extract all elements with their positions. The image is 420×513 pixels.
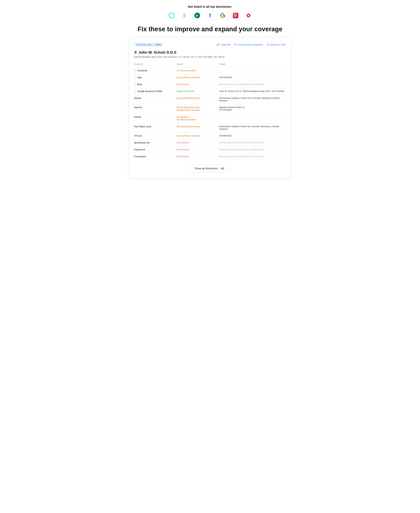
yelp-icon: ✿ (244, 12, 252, 19)
directory-cell: ♛Facebook (134, 67, 177, 74)
directory-name: Bing (137, 83, 142, 86)
col-header-details: Details (219, 61, 286, 67)
directory-cell: ♛Google Business Profile (134, 88, 177, 95)
table-row: NavmiiWrong Business NameStonestown Gall… (134, 95, 286, 104)
directory-name: tellows (134, 116, 141, 118)
directory-icons-row: ○  ▶ f (129, 12, 291, 19)
directory-cell: Citysearch (134, 146, 177, 153)
status-cell: Not Present (177, 81, 219, 88)
details-faded-text[interactable]: Missed opportunity. Directory's monthly … (219, 148, 286, 151)
details-cell: 4154634420 (219, 132, 286, 139)
status-cell: Not Present (177, 139, 219, 146)
facebook-icon: f (206, 12, 214, 19)
details-cell: 4157314058 (219, 74, 286, 81)
directory-name: Facebook (137, 69, 147, 72)
directory-cell: YP.com (134, 132, 177, 139)
svg-rect-0 (234, 14, 237, 17)
details-text: Napoles Robert E MD Inc (219, 106, 286, 109)
top-title: Get listed in all top directories: (129, 5, 291, 8)
status-text: Not Present (177, 148, 219, 151)
details-faded-text[interactable]: Missed opportunity. Directory's monthly … (219, 83, 286, 85)
main-heading: Fix these to improve and expand your cov… (129, 25, 291, 33)
svg-point-2 (236, 15, 236, 15)
directory-name: Yelp (137, 76, 142, 79)
status-cell: Wrong Business NameWrong Phone Number (177, 104, 219, 113)
realtime-badge: Real time data ✓ 100% (134, 43, 164, 47)
table-row: Brownbook.netNot PresentMissed opportuni… (134, 139, 286, 146)
details-text: John W. Schulz D.D.S, 595 Buckingham Way… (219, 90, 286, 92)
alexa-icon: ○ (168, 12, 176, 19)
details-cell: Stonestown Galleria Center for Cosmetic … (219, 123, 286, 132)
table-row: ♛YelpWrong Phone Number4157314058 (134, 74, 286, 81)
directory-cell: Foursquare (134, 153, 177, 160)
details-text: 4154634420 (219, 135, 286, 137)
directory-name: Navmii (134, 97, 141, 99)
details-cell (219, 67, 286, 74)
details-text: 4157316300 (219, 109, 286, 111)
business-title: John W. Schulz D.D.S (134, 50, 286, 55)
table-row: tellowsNo AddressNo Phone Number (134, 113, 286, 123)
svg-point-6 (135, 52, 136, 53)
business-address: 595 Buckingham Way #331, San Francisco, … (134, 56, 286, 58)
realtime-label: Real time data (136, 43, 151, 46)
details-cell: Stonestown Galleria Center For Cosmetic … (219, 95, 286, 104)
status-text: Not Present (177, 83, 219, 86)
google-icon (219, 12, 227, 19)
copy-link-button[interactable]: Copy link (217, 43, 231, 46)
business-name: John W. Schulz D.D.S (138, 50, 176, 55)
table-header-row: Directory Status Details (134, 61, 286, 67)
details-faded-text[interactable]: Missed opportunity. Directory's monthly … (219, 141, 286, 144)
status-text: Wrong Business Name (177, 125, 219, 128)
status-cell: Wrong Phone Number (177, 74, 219, 81)
directory-cell: tellows (134, 113, 177, 123)
directory-name: Opendi (134, 106, 142, 109)
crown-icon: ♛ (134, 69, 136, 72)
details-text: 4157314058 (219, 76, 286, 79)
directory-name: Google Business Profile (137, 90, 162, 93)
table-row: ♛FacebookNo Phone Number (134, 67, 286, 74)
table-row: ♛BingNot PresentMissed opportunity. Dire… (134, 81, 286, 88)
main-card: Real time data ✓ 100% Copy link Find ano… (129, 38, 291, 178)
export-pdf-button[interactable]: Export to PDF (266, 43, 286, 46)
details-cell: John W. Schulz D.D.S, 595 Buckingham Way… (219, 88, 286, 95)
status-text: Wrong Phone Number (177, 109, 219, 111)
status-text: Issues not found (177, 90, 219, 93)
table-row: OpendiWrong Business NameWrong Phone Num… (134, 104, 286, 113)
status-cell: Wrong Business Name (177, 95, 219, 104)
directory-name: Citysearch (134, 148, 145, 151)
details-cell: Napoles Robert E MD Inc4157316300 (219, 104, 286, 113)
status-text: No Phone Number (177, 69, 219, 72)
status-cell: Wrong Phone Number (177, 132, 219, 139)
details-cell (219, 113, 286, 123)
details-text: Stonestown Galleria Center for Cosmetic … (219, 125, 286, 130)
directory-name: Brownbook.net (134, 141, 150, 144)
card-header: Real time data ✓ 100% Copy link Find ano… (134, 43, 286, 47)
directory-name: Top Rated Local (134, 125, 151, 128)
status-text: Wrong Phone Number (177, 135, 219, 137)
directory-cell: Brownbook.net (134, 139, 177, 146)
show-all-directories-button[interactable]: Show all directories 43 (190, 165, 230, 172)
directory-cell: ♛Yelp (134, 74, 177, 81)
header-actions: Copy link Find another business Export t… (217, 43, 286, 46)
instagram-icon (232, 12, 240, 19)
top-section: Get listed in all top directories: ○  ▶… (129, 5, 291, 19)
table-row: YP.comWrong Phone Number4154634420 (134, 132, 286, 139)
status-text: Not Present (177, 141, 219, 144)
details-cell: Missed opportunity. Directory's monthly … (219, 139, 286, 146)
find-business-button[interactable]: Find another business (234, 43, 263, 46)
status-cell: Issues not found (177, 88, 219, 95)
status-text: No Address (177, 116, 219, 118)
svg-point-1 (235, 15, 236, 16)
apple-icon:  (180, 12, 188, 19)
table-row: CitysearchNot PresentMissed opportunity.… (134, 146, 286, 153)
col-header-directory: Directory (134, 61, 177, 67)
realtime-percent: ✓ 100% (153, 43, 161, 46)
directory-count-badge: 43 (220, 167, 226, 170)
status-cell: No AddressNo Phone Number (177, 113, 219, 123)
crown-icon: ♛ (134, 83, 136, 86)
status-cell: Not Present (177, 153, 219, 160)
status-text: Wrong Business Name (177, 106, 219, 109)
status-cell: Not Present (177, 146, 219, 153)
directory-name: YP.com (134, 135, 142, 137)
details-faded-text[interactable]: Missed opportunity. Directory's monthly … (219, 155, 286, 158)
